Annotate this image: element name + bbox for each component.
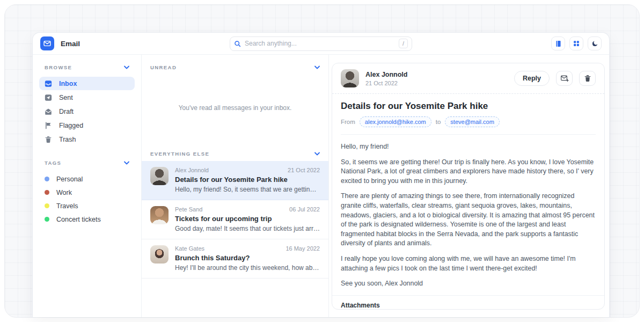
flag-icon — [45, 122, 52, 129]
detail-from-row: From alex.jonnold@hike.com to steve@mail… — [341, 116, 596, 135]
tag-label: Work — [56, 189, 72, 196]
email-date: 06 Jul 2022 — [289, 206, 320, 213]
attachments-section: Attachments videos-hike.zip 100 MB — [332, 296, 604, 310]
browse-label: BROWSE — [45, 64, 72, 70]
sidebar-item-label: Draft — [59, 108, 74, 115]
new-email-icon[interactable] — [556, 71, 573, 86]
detail-header: Alex Jonnold 21 Oct 2022 Reply — [332, 63, 604, 94]
tag-item-personal[interactable]: Personal — [39, 172, 135, 186]
email-date: 21 Oct 2022 — [288, 167, 320, 173]
tag-item-travels[interactable]: Travels — [39, 199, 135, 213]
email-date: 16 May 2022 — [286, 245, 320, 252]
tags-label: TAGS — [45, 160, 61, 166]
from-label: From — [341, 119, 355, 125]
sidebar-item-trash[interactable]: Trash — [39, 133, 135, 146]
email-detail-card: Alex Jonnold 21 Oct 2022 Reply Details f… — [332, 63, 605, 310]
browse-section-header: BROWSE — [39, 64, 135, 70]
search-icon — [234, 40, 241, 47]
tag-color-dot — [45, 217, 49, 222]
sidebar: BROWSE Inbox Sent — [33, 55, 141, 317]
search-shortcut-key: / — [399, 39, 408, 48]
tags-section: TAGS Personal Work Travels — [39, 160, 135, 226]
email-summary: Pete Sand 06 Jul 2022 Tickets for our up… — [175, 206, 320, 232]
unread-section-header: UNREAD — [142, 64, 328, 70]
detail-sender-block: Alex Jonnold 21 Oct 2022 — [365, 71, 407, 86]
email-subject: Tickets for our upcoming trip — [175, 215, 320, 223]
chevron-down-icon[interactable] — [124, 65, 129, 69]
trash-icon — [45, 136, 52, 143]
tag-color-dot — [45, 203, 49, 208]
mail-list-column: UNREAD You've read all messages in your … — [141, 55, 329, 317]
body-paragraph: So, it seems we are getting there! Our t… — [341, 158, 596, 186]
email-sender: Pete Sand — [175, 206, 202, 213]
detail-date: 21 Oct 2022 — [365, 80, 407, 86]
sidebar-item-label: Flagged — [59, 122, 83, 129]
sidebar-item-label: Trash — [59, 136, 76, 143]
to-label: to — [436, 119, 441, 125]
search-input[interactable] — [245, 40, 395, 47]
email-list-item[interactable]: Alex Jonnold 21 Oct 2022 Details for our… — [142, 161, 328, 200]
body-paragraph: See you soon, Alex Jonnold — [341, 279, 596, 289]
tag-color-dot — [45, 190, 49, 195]
draft-icon — [45, 108, 52, 115]
tags-section-header: TAGS — [39, 160, 135, 166]
chevron-down-icon[interactable] — [314, 152, 320, 156]
to-email-chip[interactable]: steve@mail.com — [445, 116, 499, 127]
app-brand: Email — [40, 36, 137, 50]
email-preview: Hey! I'll be around the city this weeken… — [175, 264, 320, 272]
search-box[interactable]: / — [230, 36, 412, 51]
everything-else-label: EVERYTHING ELSE — [150, 151, 209, 157]
email-logo-icon — [40, 36, 54, 50]
tag-label: Travels — [56, 202, 78, 210]
email-preview: Hello, my friend! So, it seems that we a… — [175, 186, 320, 193]
inbox-icon — [45, 80, 52, 87]
delete-email-trash-icon[interactable] — [579, 71, 596, 86]
email-summary: Kate Gates 16 May 2022 Brunch this Satur… — [175, 245, 320, 272]
email-preview: Good day, mate! It seems that our ticket… — [175, 225, 320, 232]
topbar-actions — [505, 36, 602, 50]
email-subject: Brunch this Saturday? — [175, 254, 320, 262]
chevron-down-icon[interactable] — [314, 65, 320, 69]
avatar — [150, 245, 169, 264]
email-sender: Kate Gates — [175, 245, 204, 252]
email-detail-panel: Alex Jonnold 21 Oct 2022 Reply Details f… — [329, 55, 609, 317]
sidebar-item-draft[interactable]: Draft — [39, 105, 135, 118]
detail-subject: Details for our Yosemite Park hike — [341, 101, 596, 112]
sidebar-item-label: Sent — [59, 94, 73, 101]
tag-label: Personal — [56, 175, 83, 183]
body-paragraph: There are plenty of amazing things to se… — [341, 192, 596, 248]
dark-mode-moon-icon[interactable] — [588, 36, 602, 50]
attachments-label: Attachments — [341, 302, 596, 309]
email-sender: Alex Jonnold — [175, 167, 209, 173]
body-paragraph: I really hope you love coming along with… — [341, 254, 596, 273]
from-email-chip[interactable]: alex.jonnold@hike.com — [360, 116, 431, 127]
email-summary: Alex Jonnold 21 Oct 2022 Details for our… — [175, 167, 320, 193]
avatar — [150, 167, 169, 185]
app-title: Email — [61, 40, 80, 48]
main-content: BROWSE Inbox Sent — [33, 55, 609, 317]
tag-label: Concert tickets — [56, 216, 101, 223]
unread-label: UNREAD — [150, 64, 177, 70]
sent-icon — [45, 94, 52, 101]
reader-icon[interactable] — [551, 36, 565, 50]
top-bar: Email / — [33, 33, 609, 55]
everything-else-section-header: EVERYTHING ELSE — [142, 151, 328, 157]
detail-sender-name: Alex Jonnold — [365, 71, 407, 78]
sidebar-item-flagged[interactable]: Flagged — [39, 119, 135, 132]
apps-grid-icon[interactable] — [569, 36, 583, 50]
email-app-window: Email / — [32, 32, 610, 317]
tag-item-work[interactable]: Work — [39, 186, 135, 199]
email-body: Hello, my friend! So, it seems we are ge… — [332, 135, 604, 296]
email-list-item[interactable]: Pete Sand 06 Jul 2022 Tickets for our up… — [142, 200, 328, 239]
sidebar-item-label: Inbox — [59, 80, 77, 87]
reply-button[interactable]: Reply — [514, 71, 550, 86]
chevron-down-icon[interactable] — [124, 161, 129, 165]
avatar — [341, 69, 359, 87]
sidebar-item-sent[interactable]: Sent — [39, 91, 135, 104]
email-list-item[interactable]: Kate Gates 16 May 2022 Brunch this Satur… — [142, 239, 328, 279]
sidebar-item-inbox[interactable]: Inbox — [39, 77, 135, 90]
body-paragraph: Hello, my friend! — [341, 142, 596, 152]
tag-item-concert-tickets[interactable]: Concert tickets — [39, 213, 135, 226]
tag-color-dot — [45, 177, 49, 181]
search-area: / — [137, 36, 505, 51]
